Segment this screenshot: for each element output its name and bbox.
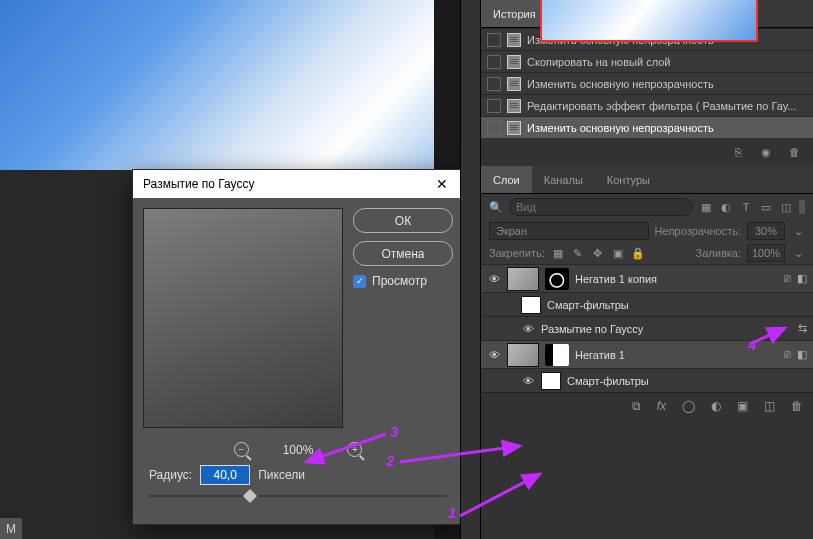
panel-dock-strip[interactable] — [460, 0, 480, 539]
layer-mask-icon[interactable] — [545, 344, 569, 366]
filter-stack-icon[interactable]: ⎚ — [784, 272, 791, 285]
fill-value[interactable]: 100% — [747, 244, 785, 262]
zoom-level: 100% — [283, 443, 314, 457]
smart-filters-header[interactable]: Смарт-фильтры — [481, 292, 813, 316]
layers-filter-row: 🔍 ▦ ◐ T ▭ ◫ — [481, 194, 813, 220]
filter-smart-icon[interactable]: ◫ — [779, 200, 793, 214]
smart-filters-label: Смарт-фильтры — [567, 375, 649, 387]
adjustment-icon[interactable]: ◐ — [711, 399, 721, 413]
fill-label: Заливка: — [696, 247, 741, 259]
filter-mask-thumb[interactable] — [521, 296, 541, 314]
visibility-icon[interactable]: 👁 — [487, 348, 501, 362]
layer-item[interactable]: 👁 ◯ Негатив 1 копия ⎚◧ — [481, 264, 813, 292]
history-item[interactable]: Скопировать на новый слой — [481, 50, 813, 72]
lock-artboard-icon[interactable]: ▣ — [611, 246, 625, 260]
layers-list: 👁 ◯ Негатив 1 копия ⎚◧ Смарт-фильтры 👁 Р… — [481, 264, 813, 392]
zoom-in-icon[interactable]: + — [347, 442, 362, 457]
document-icon — [507, 77, 521, 91]
layer-mask-icon[interactable]: ◯ — [545, 268, 569, 290]
fx-icon[interactable]: fx — [657, 399, 666, 413]
smart-object-icon: ◧ — [797, 272, 807, 285]
filter-toggle-icon[interactable] — [799, 200, 805, 214]
visibility-icon[interactable]: 👁 — [521, 374, 535, 388]
filter-adjust-icon[interactable]: ◐ — [719, 200, 733, 214]
radius-slider[interactable] — [149, 495, 447, 497]
document-icon — [507, 99, 521, 113]
layers-footer: ⧉ fx ◯ ◐ ▣ ◫ 🗑 — [481, 392, 813, 418]
preview-checkbox[interactable]: ✓ — [353, 275, 366, 288]
new-snapshot-icon[interactable]: ⎘ — [731, 145, 745, 159]
layer-thumbnail[interactable] — [507, 343, 539, 367]
menubar-fragment: М — [0, 518, 22, 539]
filter-mask-thumb[interactable] — [541, 372, 561, 390]
tab-history[interactable]: История — [481, 0, 548, 27]
trash-icon[interactable]: 🗑 — [791, 399, 803, 413]
search-icon: 🔍 — [489, 200, 503, 214]
new-layer-icon[interactable]: ◫ — [764, 399, 775, 413]
document-icon — [507, 33, 521, 47]
radius-label: Радиус: — [149, 468, 192, 482]
opacity-label: Непрозрачность: — [655, 225, 741, 237]
layer-item[interactable]: 👁 Негатив 1 ⎚◧ — [481, 340, 813, 368]
ok-button[interactable]: ОК — [353, 208, 453, 233]
blend-mode-select[interactable]: Экран — [489, 222, 649, 240]
opacity-value[interactable]: 30% — [747, 222, 785, 240]
filter-options-icon[interactable]: ⇆ — [798, 322, 807, 335]
chevron-down-icon[interactable]: ⌄ — [791, 246, 805, 260]
smart-filters-label: Смарт-фильтры — [547, 299, 629, 311]
layer-thumbnail[interactable] — [507, 267, 539, 291]
visibility-icon[interactable]: 👁 — [521, 322, 535, 336]
tab-channels[interactable]: Каналы — [532, 166, 595, 193]
smart-filter-item[interactable]: 👁 Размытие по Гауссу ⇆ — [481, 316, 813, 340]
menubar-letter: М — [6, 522, 16, 536]
mask-icon[interactable]: ◯ — [682, 399, 695, 413]
layer-filter-input[interactable] — [509, 198, 693, 216]
dialog-titlebar[interactable]: Размытие по Гауссу ✕ — [133, 170, 463, 198]
filter-image-icon[interactable]: ▦ — [699, 200, 713, 214]
layer-name[interactable]: Негатив 1 копия — [575, 273, 657, 285]
history-item[interactable]: Редактировать эффект фильтра ( Размытие … — [481, 94, 813, 116]
history-list: Изменить основную непрозрачность Скопиро… — [481, 28, 813, 138]
layer-name[interactable]: Негатив 1 — [575, 349, 625, 361]
radius-slider-thumb[interactable] — [243, 489, 257, 503]
dialog-title: Размытие по Гауссу — [143, 177, 254, 191]
zoom-out-icon[interactable]: − — [234, 442, 249, 457]
tab-layers[interactable]: Слои — [481, 166, 532, 193]
blend-opacity-row: Экран Непрозрачность: 30% ⌄ — [481, 220, 813, 242]
history-footer: ⎘ ◉ 🗑 — [481, 138, 813, 166]
history-item[interactable]: Изменить основную непрозрачность — [481, 116, 813, 138]
smart-object-icon: ◧ — [797, 348, 807, 361]
trash-icon[interactable]: 🗑 — [787, 145, 801, 159]
lock-brush-icon[interactable]: ✎ — [571, 246, 585, 260]
lock-all-icon[interactable]: 🔒 — [631, 246, 645, 260]
group-icon[interactable]: ▣ — [737, 399, 748, 413]
lock-fill-row: Закрепить: ▦ ✎ ✥ ▣ 🔒 Заливка: 100% ⌄ — [481, 242, 813, 264]
document-icon — [507, 121, 521, 135]
cancel-button[interactable]: Отмена — [353, 241, 453, 266]
close-icon[interactable]: ✕ — [425, 172, 459, 196]
history-item[interactable]: Изменить основную непрозрачность — [481, 72, 813, 94]
tab-paths[interactable]: Контуры — [595, 166, 662, 193]
filter-name[interactable]: Размытие по Гауссу — [541, 323, 643, 335]
navigator-thumbnail[interactable] — [540, 0, 758, 42]
lock-label: Закрепить: — [489, 247, 545, 259]
right-panels: 27,27% ▲ ▲ История Операции Коррекция Из… — [480, 0, 813, 539]
gaussian-blur-dialog: Размытие по Гауссу ✕ ОК Отмена ✓ Просмот… — [132, 169, 464, 525]
layers-tabs: Слои Каналы Контуры — [481, 166, 813, 194]
radius-unit: Пиксели — [258, 468, 305, 482]
smart-filters-header[interactable]: 👁 Смарт-фильтры — [481, 368, 813, 392]
preview-label: Просмотр — [372, 274, 427, 288]
document-icon — [507, 55, 521, 69]
camera-icon[interactable]: ◉ — [759, 145, 773, 159]
link-layers-icon[interactable]: ⧉ — [632, 399, 641, 413]
chevron-down-icon[interactable]: ⌄ — [791, 224, 805, 238]
radius-input[interactable] — [200, 465, 250, 485]
lock-transparency-icon[interactable]: ▦ — [551, 246, 565, 260]
lock-move-icon[interactable]: ✥ — [591, 246, 605, 260]
filter-type-icon[interactable]: T — [739, 200, 753, 214]
filter-stack-icon[interactable]: ⎚ — [784, 348, 791, 361]
filter-preview[interactable] — [143, 208, 343, 428]
visibility-icon[interactable]: 👁 — [487, 272, 501, 286]
filter-shape-icon[interactable]: ▭ — [759, 200, 773, 214]
